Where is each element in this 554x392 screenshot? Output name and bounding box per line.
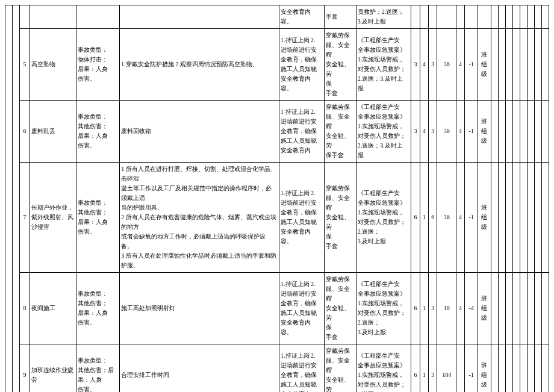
trailing-cell (520, 273, 527, 344)
hazard-name: 夜间施工 (30, 273, 76, 344)
row-index: 5 (20, 29, 30, 101)
trailing-cell (498, 163, 505, 273)
trailing-cell (520, 101, 527, 163)
score-5: 4 (456, 273, 464, 344)
trailing-cell (505, 163, 512, 273)
ppe: 穿戴劳保服、安全帽安全鞋、劳保手套 (324, 101, 356, 163)
trailing-cell (541, 5, 549, 29)
trailing-cell (491, 101, 498, 163)
row-index: 6 (20, 101, 30, 163)
trailing-cell (512, 344, 520, 393)
trailing-cell (534, 344, 541, 393)
score-5 (456, 344, 464, 393)
trailing-cell (520, 29, 527, 101)
emergency-plan: 《工程部生产安全事故应急预案》1.实施现场警戒，对受伤人员救护；2.送医；3.及… (356, 163, 411, 273)
training: 1.持证上岗 2.进场前进行安全教育，确保施工人员知晓安全教育内容。 (279, 273, 325, 344)
score-2: 4 (420, 29, 428, 101)
hazard-name: 加班连续作业疲劳 (30, 344, 76, 393)
score-3: 6 (429, 163, 437, 273)
trailing-cell (534, 5, 541, 29)
trailing-cell (541, 163, 549, 273)
trailing-cell (512, 5, 520, 29)
emergency-plan: 《工程部生产安全事故应急预案》1.实施现场警戒，对受伤人员救护；2.送医；3.及… (356, 273, 411, 344)
accident-type: 事故类型：其他伤害；后果：人身伤害。 (76, 344, 119, 393)
hazard-name (30, 5, 76, 29)
score-5: 4 (456, 163, 464, 273)
trailing-cell (534, 29, 541, 101)
score-2: 4 (420, 101, 428, 163)
risk-level: 班组级 (478, 29, 491, 101)
ppe: 穿戴劳保服、安全帽安全鞋、劳保手套 (324, 163, 356, 273)
trailing-cell (498, 29, 505, 101)
trailing-cell (512, 273, 520, 344)
spacer-b (13, 5, 20, 393)
trailing-cell (527, 5, 534, 29)
score-3: 3 (429, 344, 437, 393)
score-3: 3 (429, 29, 437, 101)
score-2 (420, 5, 428, 29)
ppe: 穿戴劳保服、安全帽安全鞋、劳保手套 (324, 344, 356, 393)
score-1: 6 (411, 273, 420, 344)
control-measure: 1.穿戴安全防护措施 2.观察四周情况预防高空坠物。 (120, 29, 279, 101)
hazard-name: 高空坠物 (30, 29, 76, 101)
trailing-cell (505, 344, 512, 393)
score-5: 4 (456, 101, 464, 163)
control-measure (120, 5, 279, 29)
hazard-name: 废料乱丢 (30, 101, 76, 163)
trailing-cell (491, 344, 498, 393)
trailing-cell (505, 273, 512, 344)
accident-type: 事故类型：其他伤害；后果：人身伤害。 (76, 163, 119, 273)
trailing-cell (541, 273, 549, 344)
training: 1.持证上岗 2.进场前进行安全教育，确保施工人员知晓安全教育内容。 (279, 163, 325, 273)
score-2: 1 (420, 273, 428, 344)
score-4: 184 (437, 344, 456, 393)
trailing-cell (491, 5, 498, 29)
score-3: 3 (429, 101, 437, 163)
risk-table: 安全教育内容。手套员救护；2.送医；3.及时上报5高空坠物事故类型：物体打击；后… (5, 5, 549, 392)
score-1 (411, 5, 420, 29)
trailing-cell (512, 101, 520, 163)
control-measure: 1 所有人员在进行打磨、焊接、切割、处理或混合化学品、击碎混凝土等工作以及工厂及… (120, 163, 279, 273)
table-row: 5高空坠物事故类型：物体打击；后果：人身伤害。1.穿戴安全防护措施 2.观察四周… (5, 29, 549, 101)
trailing-cell (527, 29, 534, 101)
score-6: -1 (465, 101, 478, 163)
accident-type: 事故类型：其他伤害；后果：人身伤害。 (76, 273, 119, 344)
accident-type (76, 5, 119, 29)
score-1: 3 (411, 29, 420, 101)
trailing-cell (527, 273, 534, 344)
score-4: 36 (437, 101, 456, 163)
score-5 (456, 5, 464, 29)
table-row: 7长期户外作业，紫外线照射、风沙侵害事故类型：其他伤害；后果：人身伤害。1 所有… (5, 163, 549, 273)
risk-level: 班组级 (478, 344, 491, 393)
row-index (20, 5, 30, 29)
trailing-cell (534, 273, 541, 344)
training: 安全教育内容。 (279, 5, 325, 29)
trailing-cell (512, 29, 520, 101)
trailing-cell (505, 29, 512, 101)
table-row: 9加班连续作业疲劳事故类型：其他伤害；后果：人身伤害。合理安排工作时间1.持证上… (5, 344, 549, 393)
score-1: 6 (411, 344, 420, 393)
trailing-cell (541, 344, 549, 393)
risk-level (478, 5, 491, 29)
emergency-plan: 《工程部生产安全事故应急预案》1.实施现场警戒，对受伤人员救护；2.送医；3.及… (356, 101, 411, 163)
score-2: 1 (420, 344, 428, 393)
trailing-cell (512, 163, 520, 273)
risk-level: 班组级 (478, 101, 491, 163)
emergency-plan: 员救护；2.送医；3.及时上报 (356, 5, 411, 29)
control-measure: 施工高处加照明射灯 (120, 273, 279, 344)
ppe: 穿戴劳保服、安全帽安全鞋、劳保手套 (324, 273, 356, 344)
trailing-cell (541, 101, 549, 163)
trailing-cell (498, 5, 505, 29)
trailing-cell (527, 101, 534, 163)
trailing-cell (505, 101, 512, 163)
trailing-cell (491, 273, 498, 344)
accident-type: 事故类型：物体打击；后果：人身伤害。 (76, 29, 119, 101)
score-6 (465, 5, 478, 29)
trailing-cell (520, 344, 527, 393)
score-6: -1 (465, 29, 478, 101)
score-4: 36 (437, 163, 456, 273)
score-2: 1 (420, 163, 428, 273)
row-index: 8 (20, 273, 30, 344)
score-6: -1 (465, 344, 478, 393)
ppe: 穿戴劳保服、安全帽安全鞋、劳保手套 (324, 29, 356, 101)
